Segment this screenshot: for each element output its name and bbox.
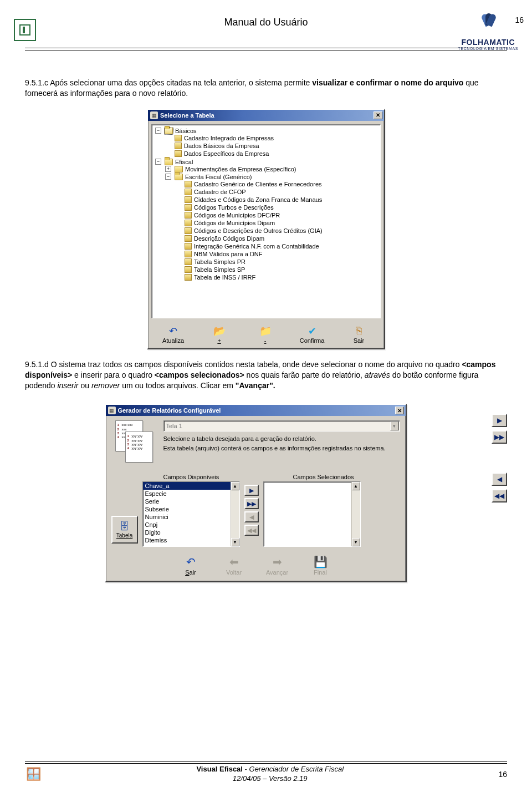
file-icon: [185, 220, 192, 226]
expand-all-button[interactable]: 📂 +: [204, 324, 234, 345]
tree-node-basicos[interactable]: Básicos: [175, 128, 197, 134]
tree-leaf[interactable]: Cadastro Genérico de Clientes e Forneced…: [194, 181, 322, 187]
tree-node-escrita[interactable]: Escrita Fiscal (Genérico): [185, 174, 252, 180]
page-number-top: 16: [515, 16, 524, 24]
collapse-all-button[interactable]: 📁 -: [250, 324, 280, 345]
tree-node-efiscal[interactable]: Efiscal: [175, 159, 193, 165]
selected-fields-list[interactable]: ▲ ▼: [263, 481, 361, 547]
list-item[interactable]: Numinici: [143, 513, 239, 521]
exit-button[interactable]: ⎘ Sair: [344, 324, 374, 345]
refresh-button[interactable]: ↶ Atualiza: [158, 324, 188, 345]
tree-leaf[interactable]: Dados Básicos da Empresa: [184, 143, 259, 149]
window-icon: ▦: [150, 111, 158, 119]
tree-leaf[interactable]: Descrição Códigos Dipam: [194, 235, 264, 242]
scroll-up-icon[interactable]: ▲: [231, 482, 239, 490]
para1-text: 9.5.1.c Após selecionar uma das opções c…: [25, 78, 312, 87]
refresh-icon: ↶: [162, 325, 185, 337]
folder-minus-icon: 📁: [254, 325, 277, 337]
tree-leaf[interactable]: Cadastro Integrado de Empresas: [184, 135, 274, 141]
final-button[interactable]: 💾 Final: [304, 555, 336, 576]
combo-value: Tela 1: [166, 423, 182, 429]
brand-name: FOLHAMATIC: [458, 38, 519, 47]
tree-leaf[interactable]: Tabela Simples PR: [194, 258, 245, 265]
window-title: Gerador de Relatórios Configurável: [118, 407, 395, 414]
collapse-icon[interactable]: −: [155, 128, 161, 134]
scrollbar[interactable]: ▲ ▼: [351, 482, 360, 546]
move-all-left-button[interactable]: ◀◀: [244, 525, 259, 536]
nav-left-button[interactable]: ◀: [492, 473, 507, 486]
titlebar[interactable]: ▦ Gerador de Relatórios Configurável ✕: [106, 405, 406, 416]
screen-select[interactable]: Tela 1 ▾: [163, 420, 400, 432]
list-item[interactable]: Digito: [143, 529, 239, 536]
tree-leaf[interactable]: Integração Genérica N.F. com a Contabili…: [194, 243, 319, 250]
next-button[interactable]: ➡ Avançar: [261, 555, 293, 576]
dialog-select-table: ▦ Selecione a Tabela ✕ −Básicos Cadastro…: [147, 109, 385, 349]
scrollbar[interactable]: ▲ ▼: [231, 482, 239, 546]
chevron-down-icon[interactable]: ▾: [390, 422, 399, 430]
tree-leaf[interactable]: Cadastro de CFOP: [194, 189, 246, 195]
scroll-down-icon[interactable]: ▼: [231, 538, 239, 546]
list-item[interactable]: Serie: [143, 498, 239, 505]
label-selected: Campos Selecionados: [293, 474, 354, 480]
file-icon: [185, 251, 192, 257]
list-item[interactable]: Subserie: [143, 505, 239, 513]
tree-leaf[interactable]: Tabela de INSS / IRRF: [194, 274, 255, 281]
tree-leaf[interactable]: Tabela Simples SP: [194, 266, 245, 273]
label-available: Campos Disponíveis: [163, 474, 280, 480]
tree-leaf[interactable]: Códigos de Municípios Dipam: [194, 220, 275, 226]
para1-bold: visualizar e confirmar o nome do arquivo: [312, 78, 463, 87]
available-fields-list[interactable]: Chave_aEspecieSerieSubserieNuminiciCnpjD…: [142, 481, 240, 547]
move-left-button[interactable]: ◀: [244, 511, 259, 522]
close-icon[interactable]: ✕: [395, 407, 404, 414]
paragraph-951d: 9.5.1.d O sistema traz todos os campos d…: [25, 359, 507, 391]
collapse-icon[interactable]: −: [165, 174, 171, 180]
file-icon: [175, 150, 182, 157]
file-icon: [185, 196, 192, 203]
tree-leaf[interactable]: Códigos de Municípios DFC/PR: [194, 212, 280, 219]
file-icon: [175, 143, 182, 149]
nav-fast-left-button[interactable]: ◀◀: [492, 489, 507, 502]
move-all-right-button[interactable]: ▶▶: [244, 498, 259, 509]
footer-text: Visual Efiscal - Gerenciador de Escrita …: [196, 765, 344, 784]
back-button[interactable]: ⬅ Voltar: [218, 555, 250, 576]
window-title: Selecione a Tabela: [160, 112, 374, 119]
page-number-bottom: 16: [498, 770, 507, 779]
list-item[interactable]: Cnpj: [143, 521, 239, 529]
table-icon: 🗄: [120, 521, 130, 532]
file-icon: [185, 274, 192, 281]
nav-fast-right-button[interactable]: ▶▶: [492, 430, 507, 444]
list-item[interactable]: Chave_a: [143, 482, 239, 490]
table-tree[interactable]: −Básicos Cadastro Integrado de Empresas …: [151, 124, 381, 318]
folder-icon: [165, 128, 173, 134]
dialog-report-config: ▦ Gerador de Relatórios Configurável ✕ 1…: [105, 404, 407, 582]
table-button[interactable]: 🗄 Tabela: [111, 516, 138, 544]
move-right-button[interactable]: ▶: [244, 485, 259, 496]
titlebar[interactable]: ▦ Selecione a Tabela ✕: [148, 110, 384, 121]
file-icon: [185, 189, 192, 195]
tree-leaf[interactable]: Dados Específicos da Empresa: [184, 150, 269, 157]
file-icon: [185, 258, 192, 265]
file-icon: [185, 266, 192, 273]
collapse-icon[interactable]: −: [155, 159, 161, 165]
list-item[interactable]: Dtemiss: [143, 536, 239, 544]
save-icon: 💾: [304, 555, 336, 569]
tree-node-mov[interactable]: Movimentações da Empresa (Específico): [185, 166, 296, 172]
tree-leaf[interactable]: Códigos e Descrições de Outros Créditos …: [194, 227, 323, 234]
instruction-line: Esta tabela (arquivo) conterá os campos …: [163, 444, 400, 452]
confirm-button[interactable]: ✔ Confirma: [296, 324, 328, 345]
arrow-left-icon: ⬅: [218, 555, 250, 569]
scroll-up-icon[interactable]: ▲: [352, 482, 360, 490]
exit-button[interactable]: ↶ Sair: [175, 555, 207, 576]
close-icon[interactable]: ✕: [374, 111, 382, 119]
list-item[interactable]: Especie: [143, 490, 239, 498]
tree-leaf[interactable]: NBM Válidos para a DNF: [194, 251, 263, 257]
tree-leaf[interactable]: Cidades e Códigos da Zona Franca de Mana…: [194, 196, 322, 203]
windows-icon: 🪟: [25, 767, 42, 781]
file-icon: [185, 235, 192, 242]
expand-icon[interactable]: +: [165, 166, 171, 172]
nav-right-button[interactable]: ▶: [492, 414, 507, 427]
scroll-down-icon[interactable]: ▼: [352, 538, 360, 546]
tree-leaf[interactable]: Códigos Turbos e Descrições: [194, 204, 274, 211]
file-icon: [185, 204, 192, 211]
svg-rect-1: [23, 27, 25, 33]
